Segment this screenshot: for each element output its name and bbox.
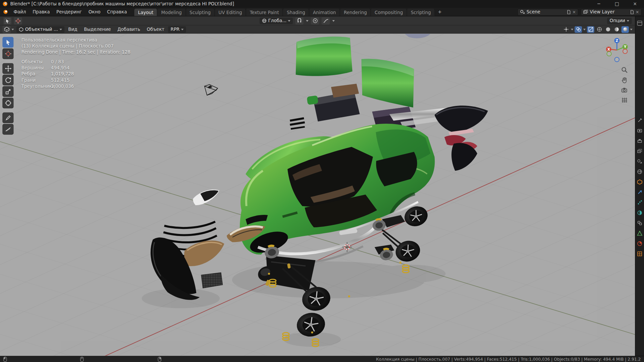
add-menu[interactable]: Добавить (114, 25, 143, 33)
view-layer-tab-icon[interactable] (637, 148, 642, 154)
show-overlays-icon[interactable] (575, 26, 582, 33)
select-menu[interactable]: Выделение (81, 25, 114, 33)
workspace-tab-layout[interactable]: Layout (134, 9, 157, 16)
world-tab-icon[interactable] (637, 169, 642, 174)
menu-render[interactable]: Рендеринг (53, 8, 85, 16)
view-menu[interactable]: Вид (65, 25, 80, 33)
move-tool[interactable] (2, 63, 13, 74)
select-box-tool[interactable] (2, 37, 13, 48)
scene-selector[interactable]: Scene × (518, 8, 578, 15)
workspace-tab-shading[interactable]: Shading (283, 9, 309, 16)
renderer-dropdown[interactable]: RPR (168, 26, 186, 33)
menu-window[interactable]: Окно (85, 8, 104, 16)
snap-magnet-icon[interactable] (296, 17, 304, 24)
car-door-left (296, 37, 353, 76)
editor-type-icon[interactable] (2, 26, 10, 33)
menu-edit[interactable]: Правка (29, 8, 53, 16)
rendered-shading-icon[interactable] (622, 26, 629, 33)
mode-dropdown[interactable]: Объектный ... (16, 26, 64, 33)
falloff-chevron-icon[interactable] (332, 20, 335, 21)
options-dropdown[interactable]: Опции (607, 17, 632, 24)
close-button[interactable]: × (626, 0, 644, 8)
scene-tab-icon[interactable] (637, 159, 642, 164)
workspace-tab-scripting[interactable]: Scripting (407, 9, 435, 16)
view-layer-name: View Layer (590, 9, 628, 15)
viewport-header-right (562, 26, 632, 33)
workspace-tab-uv-editing[interactable]: UV Editing (215, 9, 246, 16)
scene-icon (520, 9, 525, 14)
pan-hand-icon[interactable] (621, 77, 628, 84)
options-label: Опции (610, 18, 625, 23)
transform-tool[interactable] (2, 98, 13, 108)
mouse-left-hint-icon (3, 356, 7, 362)
workspace-tab-rendering[interactable]: Rendering (340, 9, 371, 16)
object-mode-icon (19, 27, 23, 32)
scene-statistics-status: Коллекция сцены | Плоскость.007 | Verts:… (376, 357, 641, 361)
cursor-tool[interactable] (2, 48, 13, 59)
render-tab-icon[interactable] (637, 128, 642, 133)
minimize-button[interactable]: ─ (590, 0, 608, 8)
constraints-tab-icon[interactable] (637, 221, 642, 226)
falloff-curve-icon[interactable] (322, 17, 330, 24)
object-data-tab-icon[interactable] (637, 231, 642, 236)
physics-tab-icon[interactable] (637, 210, 642, 216)
unlink-scene-icon[interactable]: × (572, 10, 576, 14)
workspace-tab-animation[interactable]: Animation (309, 9, 340, 16)
overlays-chevron-icon[interactable] (583, 28, 586, 30)
material-shading-icon[interactable] (613, 26, 620, 33)
add-workspace-button[interactable]: + (435, 8, 444, 16)
measure-tool[interactable] (2, 124, 13, 135)
annotate-tool[interactable] (2, 113, 13, 123)
camera-view-icon[interactable] (621, 87, 628, 93)
mouse-right-hint-icon (158, 356, 161, 362)
menu-file[interactable]: Файл (10, 8, 30, 16)
chevron-down-icon (627, 20, 629, 21)
menu-help[interactable]: Справка (104, 8, 130, 16)
view-layer-selector[interactable]: View Layer × (581, 8, 641, 15)
mouse-middle-hint-icon (80, 356, 84, 362)
perspective-toggle-icon[interactable] (621, 97, 628, 104)
texture-tab-icon[interactable] (637, 251, 642, 256)
transform-orientation-dropdown[interactable]: Глоба... (260, 17, 293, 24)
output-tab-icon[interactable] (637, 138, 642, 144)
gizmo-minus-x-axis (623, 49, 627, 53)
chevron-down-icon (60, 28, 62, 30)
scale-tool[interactable] (2, 86, 13, 97)
viewport-3d[interactable]: Пользовательская перспектива (13) Коллек… (0, 34, 635, 356)
tool-cursor-icon[interactable] (14, 17, 22, 24)
workspace-tab-texture-paint[interactable]: Texture Paint (246, 9, 283, 16)
rendered-scene[interactable] (0, 34, 635, 356)
shading-chevron-icon[interactable] (630, 28, 632, 30)
object-tab-icon[interactable] (637, 179, 642, 185)
chevron-down-icon (181, 28, 183, 30)
new-view-layer-icon[interactable] (630, 10, 634, 14)
workspace-tab-modeling[interactable]: Modeling (158, 9, 186, 16)
modifiers-tab-icon[interactable] (637, 190, 642, 195)
rotate-tool[interactable] (2, 75, 13, 85)
snap-options-chevron-icon[interactable] (306, 20, 309, 21)
maximize-button[interactable]: □ (608, 0, 626, 8)
editor-corner-icon[interactable] (637, 20, 642, 26)
zoom-icon[interactable] (621, 66, 628, 73)
tool-tab-icon[interactable] (637, 118, 642, 123)
wireframe-shading-icon[interactable] (596, 26, 603, 33)
gizmo-chevron-icon[interactable] (571, 28, 573, 30)
xray-toggle-icon[interactable] (587, 26, 594, 33)
particles-tab-icon[interactable] (637, 200, 642, 205)
remove-view-layer-icon[interactable]: × (636, 10, 639, 14)
show-gizmo-icon[interactable] (562, 26, 570, 33)
workspace-tab-sculpting[interactable]: Sculpting (186, 9, 215, 16)
material-tab-icon[interactable] (637, 241, 642, 246)
navigation-gizmo[interactable]: Z Y X (604, 36, 630, 62)
active-tool-icon[interactable] (3, 17, 11, 24)
scene-name: Scene (527, 9, 565, 15)
proportional-editing-icon[interactable] (311, 17, 319, 24)
viewport-header: Объектный ... Вид Выделение Добавить Объ… (0, 25, 635, 34)
editor-type-chevron-icon[interactable] (11, 28, 14, 30)
workspace-tab-compositing[interactable]: Compositing (371, 9, 407, 16)
solid-shading-icon[interactable] (604, 26, 611, 33)
new-scene-icon[interactable] (567, 10, 571, 14)
blender-menu-icon[interactable] (2, 9, 8, 14)
main-area: Глоба... Опции (0, 16, 644, 356)
object-menu[interactable]: Объект (144, 25, 167, 33)
